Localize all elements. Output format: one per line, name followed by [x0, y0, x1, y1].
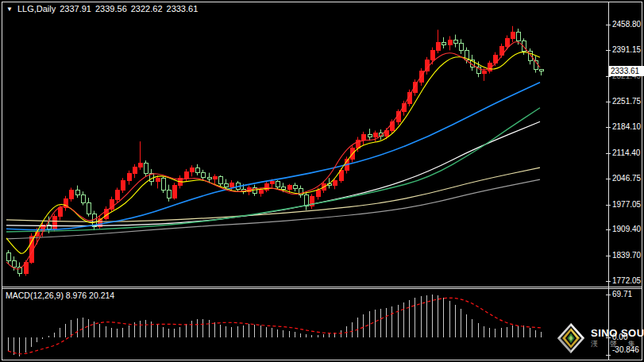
candle-body [115, 191, 119, 200]
candle-body [368, 134, 372, 137]
price-axis-label: 1772.05 [612, 276, 643, 286]
candle-body [229, 183, 233, 187]
macd-axis-label: 69.71 [612, 290, 643, 299]
candle-body [505, 38, 509, 46]
logo-chinese-name: 漢 聲 集 團 [591, 341, 644, 349]
candle-body [448, 40, 452, 44]
candle-body [482, 71, 486, 73]
price-axis-label: 2114.40 [612, 148, 643, 158]
candle-body [259, 191, 263, 193]
candle-body [127, 174, 131, 181]
close-value: 2333.61 [167, 4, 199, 13]
macd-histogram [9, 295, 542, 356]
logo-name: SINO SOUND [591, 328, 644, 339]
candle-body [156, 178, 160, 182]
candle-body [276, 182, 280, 187]
mt4-chart-window: ▼LLG,Daily2337.912339.562322.622333.61 M… [0, 0, 644, 362]
candle-body [373, 133, 377, 137]
candle-body [172, 186, 176, 198]
candle-body [425, 60, 429, 71]
symbol-dropdown-icon[interactable]: ▼ [6, 6, 13, 13]
candle-body [81, 195, 85, 202]
candle-body [195, 168, 199, 173]
candle-body [207, 177, 211, 179]
high-value: 2339.56 [95, 4, 127, 13]
price-axis-label: 2184.10 [612, 122, 643, 132]
candle-body [144, 163, 148, 173]
candle-body [442, 42, 445, 44]
candle-body [213, 176, 217, 179]
candle-body [281, 187, 285, 189]
candle-body [52, 217, 56, 229]
candle-body [264, 184, 268, 191]
candle-body [436, 42, 440, 50]
candle-body [333, 181, 337, 186]
candle-body [201, 173, 205, 178]
candle-body [361, 134, 365, 140]
price-axis-label: 1977.05 [612, 200, 643, 210]
candle-body [218, 176, 222, 183]
candle-body [167, 191, 171, 198]
candle-body [270, 182, 274, 184]
diamond-logo-icon [557, 322, 585, 355]
candle-body [138, 163, 142, 167]
candle-body [511, 33, 515, 39]
candle-body [58, 208, 62, 217]
candle-body [522, 41, 526, 52]
price-axis-label: 1839.70 [612, 251, 643, 260]
price-axis-label: 1909.40 [612, 225, 643, 234]
candle-body [293, 186, 297, 189]
macd-indicator-label: MACD(12,26,9) 8.976 20.214 [6, 291, 114, 300]
panel-borders [2, 2, 642, 360]
low-value: 2322.62 [131, 4, 163, 13]
candle-body [316, 191, 320, 197]
candle-body [161, 178, 165, 191]
open-value: 2337.91 [60, 4, 91, 13]
current-price-badge: 2333.61 [609, 66, 644, 76]
candle-body [75, 191, 79, 195]
price-axis-label: 2251.75 [612, 97, 643, 106]
candles-layer [6, 26, 543, 277]
candle-body [430, 50, 434, 60]
candle-body [184, 171, 188, 178]
candle-body [69, 191, 73, 199]
candle-body [87, 202, 91, 214]
candle-body [224, 184, 228, 187]
candle-body [133, 167, 137, 173]
symbol-label: LLG,Daily [17, 4, 56, 13]
candle-body [6, 252, 10, 260]
candle-body [12, 261, 16, 268]
candle-body [539, 70, 543, 71]
chart-ohlc-title: ▼LLG,Daily2337.912339.562322.622333.61 [6, 4, 198, 13]
candle-body [459, 44, 463, 50]
candle-body [453, 40, 457, 44]
candlestick-chart-canvas[interactable] [0, 0, 644, 362]
price-axis-label: 2458.80 [612, 20, 643, 29]
candle-body [190, 168, 194, 172]
price-axis-label: 2391.15 [612, 45, 643, 55]
ma-line-ma-yellow-fast [6, 52, 540, 254]
price-axis-label: 2046.75 [612, 174, 643, 183]
sino-sound-logo: SINO SOUND 漢 聲 集 團 [557, 322, 644, 355]
candle-body [516, 33, 520, 41]
candle-body [287, 186, 291, 190]
candle-body [121, 181, 125, 191]
